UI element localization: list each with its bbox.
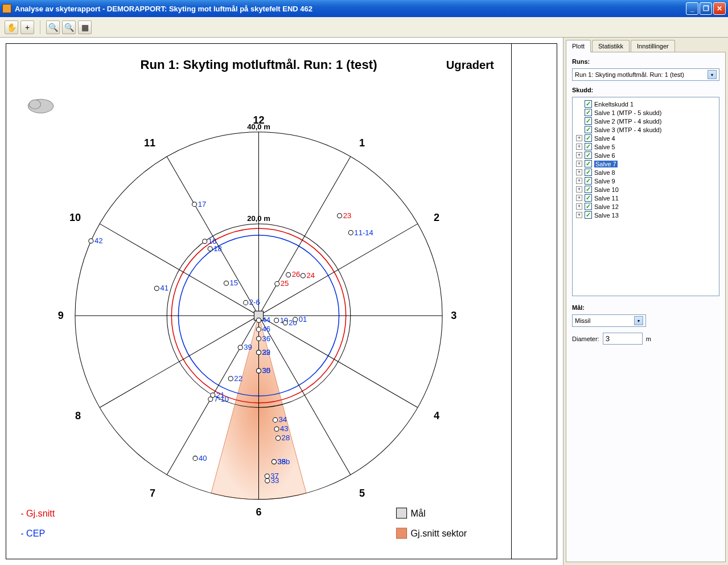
- expand-icon[interactable]: +: [576, 212, 582, 218]
- svg-point-92: [193, 456, 198, 461]
- zoom-out-button[interactable]: 🔍: [62, 21, 76, 34]
- svg-point-26: [244, 300, 248, 305]
- svg-text:10: 10: [69, 212, 81, 223]
- tree-label: Salve 11: [594, 195, 619, 202]
- checkbox[interactable]: ✓: [585, 109, 592, 116]
- checkbox[interactable]: ✓: [585, 152, 592, 159]
- svg-point-80: [274, 427, 279, 431]
- expand-icon[interactable]: +: [576, 203, 582, 210]
- title-bar: Analyse av skyterapport - DEMORAPPORT: S…: [0, 0, 728, 17]
- checkbox[interactable]: ✓: [585, 203, 592, 210]
- svg-point-66: [208, 247, 212, 251]
- expand-icon[interactable]: +: [576, 161, 582, 167]
- tree-item[interactable]: +✓Salve 10: [575, 185, 717, 194]
- svg-text:18: 18: [213, 244, 222, 253]
- tab-plott[interactable]: Plott: [566, 40, 591, 52]
- expand-icon[interactable]: +: [576, 169, 582, 175]
- checkbox[interactable]: ✓: [585, 194, 592, 202]
- svg-text:44: 44: [262, 316, 271, 324]
- svg-point-40: [283, 321, 287, 325]
- draw-tool-button[interactable]: ▦: [78, 21, 92, 34]
- tree-item[interactable]: ✓Salve 2 (MTP - 4 skudd): [575, 117, 717, 125]
- shot-point[interactable]: 39: [238, 343, 252, 351]
- tree-item[interactable]: +✓Salve 5: [575, 142, 717, 151]
- tree-item[interactable]: +✓Salve 8: [575, 168, 717, 177]
- tree-item[interactable]: +✓Salve 11: [575, 194, 717, 202]
- shot-point[interactable]: 40: [193, 454, 207, 462]
- tree-item[interactable]: +✓Salve 6: [575, 151, 717, 159]
- svg-point-72: [89, 239, 93, 243]
- skudd-tree[interactable]: ✓Enkeltskudd 1✓Salve 1 (MTP - 5 skudd)✓S…: [572, 97, 719, 296]
- shot-point[interactable]: 17: [192, 200, 207, 208]
- expand-icon[interactable]: +: [576, 195, 582, 201]
- tree-item[interactable]: ✓Salve 1 (MTP - 5 skudd): [575, 108, 717, 117]
- svg-point-28: [256, 318, 261, 322]
- svg-text:6: 6: [256, 506, 261, 518]
- tab-content: Runs: Run 1: Skyting motluftmål. Run: 1 …: [566, 52, 726, 562]
- tree-label: Salve 8: [594, 169, 615, 176]
- checkbox[interactable]: ✓: [585, 186, 592, 193]
- tree-item[interactable]: +✓Salve 9: [575, 177, 717, 185]
- shot-point[interactable]: 25: [275, 279, 289, 288]
- svg-point-32: [256, 336, 261, 341]
- ring-outer-label: 40,0 m: [247, 122, 270, 131]
- tree-item[interactable]: +✓Salve 13: [575, 211, 717, 219]
- svg-text:15: 15: [230, 279, 238, 287]
- checkbox[interactable]: ✓: [585, 100, 592, 108]
- chevron-down-icon: ▾: [634, 316, 643, 325]
- minimize-button[interactable]: _: [686, 2, 698, 15]
- pan-tool-button[interactable]: ✋: [5, 21, 18, 34]
- crosshair-tool-button[interactable]: +: [20, 21, 34, 34]
- checkbox[interactable]: ✓: [585, 211, 592, 219]
- shot-point[interactable]: 42: [89, 236, 103, 245]
- skudd-label: Skudd:: [572, 87, 719, 93]
- maximize-button[interactable]: ❐: [700, 2, 712, 15]
- plot-canvas[interactable]: Run 1: Skyting motluftmål. Run: 1 (test)…: [6, 44, 511, 559]
- maal-dropdown[interactable]: Missil ▾: [572, 314, 646, 327]
- shot-point[interactable]: 24: [301, 271, 315, 280]
- shot-point[interactable]: 23: [338, 211, 352, 220]
- tree-label: Salve 4: [594, 135, 615, 142]
- checkbox[interactable]: ✓: [585, 126, 592, 133]
- expand-icon[interactable]: +: [576, 178, 582, 184]
- tree-item[interactable]: +✓Salve 4: [575, 134, 717, 142]
- checkbox[interactable]: ✓: [585, 117, 592, 125]
- tree-item[interactable]: +✓Salve 7: [575, 159, 717, 168]
- tree-item[interactable]: +✓Salve 12: [575, 202, 717, 211]
- svg-text:22: 22: [234, 374, 242, 383]
- tab-statistikk[interactable]: Statistikk: [592, 40, 630, 52]
- svg-text:34: 34: [279, 415, 287, 424]
- shot-point[interactable]: 11-14: [348, 228, 373, 237]
- shot-point[interactable]: 26: [286, 270, 301, 279]
- diameter-input[interactable]: [603, 333, 643, 345]
- expand-icon[interactable]: +: [576, 144, 582, 150]
- shot-point[interactable]: 2-6: [244, 298, 260, 306]
- checkbox[interactable]: ✓: [585, 177, 592, 185]
- checkbox[interactable]: ✓: [585, 160, 592, 167]
- shot-point[interactable]: 15: [224, 279, 238, 287]
- checkbox[interactable]: ✓: [585, 134, 592, 142]
- svg-text:36: 36: [262, 334, 271, 343]
- legend-cep: - CEP: [20, 528, 45, 538]
- zoom-in-button[interactable]: 🔍: [46, 21, 60, 34]
- svg-point-82: [276, 436, 281, 440]
- checkbox[interactable]: ✓: [585, 169, 592, 176]
- shot-point[interactable]: 22: [228, 374, 242, 383]
- tree-label: Salve 12: [594, 203, 619, 210]
- tree-item[interactable]: ✓Enkeltskudd 1: [575, 100, 717, 108]
- runs-dropdown[interactable]: Run 1: Skyting motluftmål. Run: 1 (test)…: [572, 68, 719, 81]
- shot-point[interactable]: 41: [154, 284, 168, 292]
- expand-icon[interactable]: +: [576, 152, 582, 158]
- toolbar-separator: [40, 21, 40, 34]
- svg-point-64: [203, 239, 207, 244]
- checkbox[interactable]: ✓: [585, 143, 592, 150]
- expand-icon[interactable]: +: [576, 135, 582, 141]
- svg-text:46: 46: [262, 325, 271, 333]
- main-content: Run 1: Skyting motluftmål. Run: 1 (test)…: [0, 38, 728, 565]
- tree-item[interactable]: ✓Salve 3 (MTP - 4 skudd): [575, 125, 717, 134]
- tab-innstillinger[interactable]: Innstillinger: [631, 40, 675, 52]
- expand-icon[interactable]: +: [576, 186, 582, 193]
- svg-point-52: [301, 273, 305, 278]
- svg-point-58: [228, 376, 233, 381]
- close-button[interactable]: ✕: [713, 2, 726, 15]
